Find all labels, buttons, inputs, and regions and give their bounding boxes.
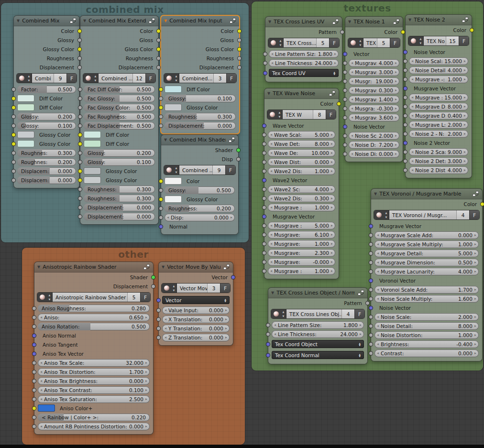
datablock-fake-user-button[interactable]: F [469, 210, 479, 219]
increment-icon[interactable]: ▸ [395, 115, 397, 120]
datablock-user-count[interactable]: 5 [127, 293, 140, 302]
number-field-musgrave[interactable]: ◂Musgrave:6.100▸ [268, 231, 335, 239]
input-socket-musgrave[interactable] [262, 205, 266, 209]
color-swatch[interactable] [17, 131, 34, 138]
decrement-icon[interactable]: ◂ [270, 223, 272, 228]
slider-displacement[interactable]: Displacement:0.000 [84, 213, 155, 220]
decrement-icon[interactable]: ◂ [411, 68, 413, 72]
increment-icon[interactable]: ▸ [145, 361, 147, 365]
input-socket-value-input[interactable] [156, 308, 161, 312]
slider-fac-roughness[interactable]: Fac Roughness:0.500 [84, 113, 155, 120]
input-socket-noise-scal[interactable] [403, 59, 407, 63]
decrement-icon[interactable]: ◂ [351, 97, 353, 101]
input-socket-wave-scal[interactable] [262, 132, 266, 137]
increment-icon[interactable]: ▸ [464, 77, 466, 81]
slider-fac-diff-color[interactable]: Fac Diff Color:0.500 [84, 86, 155, 93]
input-socket-fac-glossy-color[interactable] [78, 105, 82, 109]
input-socket-roughness[interactable] [159, 206, 163, 210]
material-icon[interactable] [162, 284, 171, 293]
decrement-icon[interactable]: ◂ [377, 269, 379, 273]
number-field-aniso-tex-scale[interactable]: ◂Aniso Tex Scale:32.000▸ [38, 359, 150, 367]
increment-icon[interactable]: ▸ [474, 287, 476, 292]
input-socket-wave-vector[interactable] [262, 123, 266, 128]
datablock-name[interactable]: TEX W [283, 110, 313, 119]
material-icon[interactable] [164, 74, 174, 83]
increment-icon[interactable]: ▸ [395, 106, 397, 110]
input-socket-musgrav[interactable] [343, 97, 347, 101]
output-socket-gloss-color[interactable] [156, 47, 161, 51]
input-socket-aniso-tex-distortion[interactable] [32, 370, 36, 374]
input-socket-glossy-color[interactable] [159, 197, 163, 201]
number-field-aniso[interactable]: ◂Aniso:0.650▸ [38, 314, 150, 321]
datablock-fake-user-button[interactable]: F [145, 74, 155, 83]
number-field-musgrave[interactable]: ◂Musgrave :1.000▸ [268, 267, 335, 275]
color-swatch[interactable] [17, 104, 34, 111]
node-combined-mix-shader[interactable]: ▼Combined Mix Shader ...ShaderDisp▲▼Comb… [161, 134, 239, 235]
input-socket-musgrav[interactable] [343, 61, 347, 65]
decrement-icon[interactable]: ◂ [377, 333, 379, 337]
input-socket-musgrave[interactable] [262, 260, 266, 264]
datablock-user-count[interactable]: 9 [54, 74, 66, 83]
decrement-icon[interactable]: ◂ [351, 152, 353, 156]
increment-icon[interactable]: ▸ [474, 260, 476, 264]
material-icon[interactable] [83, 74, 93, 83]
datablock-user-count[interactable]: 15 [446, 36, 459, 45]
decrement-icon[interactable]: ◂ [40, 424, 42, 428]
increment-icon[interactable]: ▸ [474, 315, 476, 319]
input-socket-musgra[interactable] [343, 106, 347, 110]
input-socket-musgrave-lacunarity[interactable] [369, 269, 373, 273]
number-field-musgrave[interactable]: ◂Musgrave :1.000▸ [268, 204, 335, 211]
decrement-icon[interactable]: ◂ [270, 142, 272, 146]
color-swatch[interactable] [165, 196, 182, 203]
number-field-wave2-dis[interactable]: ◂Wave2 Dis:1.000▸ [268, 167, 335, 175]
increment-icon[interactable]: ▸ [331, 132, 333, 137]
output-socket-gloss-color[interactable] [237, 47, 242, 51]
decrement-icon[interactable]: ◂ [165, 326, 166, 330]
increment-icon[interactable]: ▸ [464, 68, 466, 72]
output-socket-roughness[interactable] [156, 56, 161, 60]
output-socket-displacement[interactable] [77, 65, 82, 69]
increment-icon[interactable]: ▸ [331, 241, 333, 246]
datablock-fake-user-button[interactable]: F [326, 110, 336, 119]
material-icon[interactable] [271, 309, 281, 318]
increment-icon[interactable]: ▸ [464, 104, 466, 109]
slider-roughness[interactable]: Roughness:0.300 [84, 195, 155, 202]
increment-icon[interactable]: ▸ [474, 233, 476, 237]
decrement-icon[interactable]: ◂ [351, 61, 353, 65]
input-socket-aniso-tex-vector[interactable] [32, 351, 36, 356]
decrement-icon[interactable]: ◂ [270, 151, 272, 155]
decrement-icon[interactable]: ◂ [165, 335, 166, 339]
slider-roughnes[interactable]: Roughnes:0.200 [17, 158, 76, 166]
increment-icon[interactable]: ▸ [464, 168, 466, 172]
input-socket-noise-detail[interactable] [369, 324, 373, 328]
increment-icon[interactable]: ▸ [464, 159, 466, 163]
decrement-icon[interactable]: ◂ [274, 332, 276, 336]
number-field-musgrave[interactable]: ◂Musgrave -:1.000▸ [409, 76, 468, 83]
datablock-browse-icon[interactable]: ▲▼ [358, 38, 363, 47]
number-field-line-pattern-siz[interactable]: ◂Line Pattern Siz:1.800▸ [269, 50, 339, 58]
decrement-icon[interactable]: ◂ [351, 79, 353, 83]
datablock-user-count[interactable]: 9 [212, 165, 225, 175]
input-socket-glossy[interactable] [159, 188, 163, 192]
decrement-icon[interactable]: ◂ [271, 52, 273, 56]
slider-fac-glossy-color[interactable]: Fac Glossy Color:0.500 [84, 104, 155, 111]
decrement-icon[interactable]: ◂ [351, 133, 353, 138]
material-icon[interactable] [164, 165, 174, 175]
input-socket-musgr[interactable] [343, 79, 347, 83]
output-socket-color[interactable] [77, 29, 82, 33]
datablock-user-count[interactable]: 8 [313, 110, 326, 119]
collapse-icon[interactable]: ▼ [83, 19, 86, 23]
decrement-icon[interactable]: ◂ [270, 232, 272, 237]
datablock-browse-icon[interactable]: ▲▼ [93, 74, 99, 83]
input-socket-aniso[interactable] [32, 315, 36, 319]
input-socket-noise-2-sca[interactable] [403, 150, 407, 154]
decrement-icon[interactable]: ◂ [40, 397, 42, 401]
number-field-noise-2-n[interactable]: ◂Noise 2 - N:2.000▸ [409, 130, 468, 138]
number-field-noise-scale-multiply[interactable]: ◂Noise Scale Multiply:1.600▸ [374, 295, 479, 303]
output-socket-color[interactable] [401, 30, 405, 34]
decrement-icon[interactable]: ◂ [411, 59, 413, 63]
input-socket-musgrave[interactable] [262, 241, 266, 246]
input-socket-musgrave[interactable] [262, 232, 266, 237]
decrement-icon[interactable]: ◂ [377, 351, 379, 355]
number-field-noise-di[interactable]: ◂Noise Di:0.000▸ [349, 150, 399, 158]
